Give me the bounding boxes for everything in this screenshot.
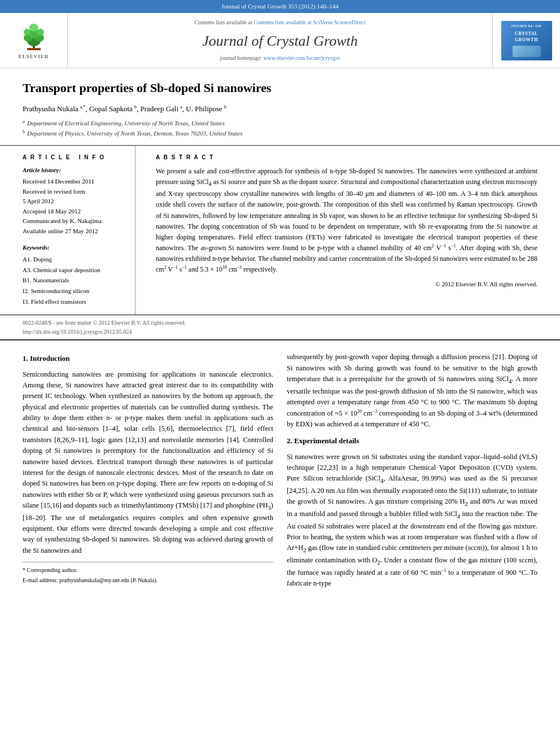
history-accepted: Accepted 18 May 2012 [23,207,126,217]
affiliations: a Department of Electrical Engineering, … [23,119,537,139]
affiliation-a: a Department of Electrical Engineering, … [23,119,537,129]
history-received: Received 14 December 2011 [23,177,126,187]
abstract-text: We present a safe and cost-effective app… [156,166,537,276]
issn-line: 0022-0248/$ - see front matter © 2012 El… [23,319,537,327]
body-content: 1. Introduction Semiconducting nanowires… [0,340,560,606]
keyword-4: I2. Semiconducting silicon [23,286,126,296]
copyright-line: © 2012 Elsevier B.V. All rights reserved… [156,280,537,289]
sciverse-link[interactable]: Contents lists available at SciVerse Sci… [253,19,366,25]
intro-section-title: 1. Introduction [23,353,273,364]
logo-crystal-text: CRYSTALGROWTH [515,30,538,43]
email-value: prathyushanukala@my.unt.edu (P. Nukala). [59,577,158,583]
history-items: Received 14 December 2011 Received in re… [23,177,126,237]
body-right-col: subsequently by post-growth vapor doping… [287,352,537,595]
history-revised-date: 5 April 2012 [23,196,126,207]
keywords-list: A1. Doping A3. Chemical vapor deposition… [23,254,126,307]
experimental-section-title: 2. Experimental details [287,435,537,447]
elsevier-logo-area: ELSEVIER [0,13,68,67]
doi-line: http://dx.doi.org/10.1016/j.jcrysgro.201… [23,328,537,336]
article-info-col: A R T I C L E I N F O Article history: R… [23,146,135,315]
footnote-email: E-mail address: prathyushanukala@my.unt.… [23,576,273,585]
intro-para-1: Semiconducting nanowires are promising f… [23,369,273,557]
crystal-growth-logo-area: JOURNAL OF CRYSTALGROWTH [492,13,560,67]
footnote-star: * Corresponding author. [23,566,273,575]
svg-rect-8 [27,48,41,50]
journal-bar: Journal of Crystal Growth 353 (2012) 140… [0,0,560,13]
intro-para-continued: subsequently by post-growth vapor doping… [287,352,537,430]
abstract-label: A B S T R A C T [156,154,537,161]
keyword-5: I3. Field effect transistors [23,296,126,307]
journal-header: ELSEVIER Contents lists available at Con… [0,13,560,340]
journal-homepage-link[interactable]: www.elsevier.com/locate/jcrysgro [264,55,340,61]
article-title: Transport properties of Sb-doped Si nano… [23,80,537,97]
affiliation-b-text: Department of Physics, University of Nor… [27,129,242,139]
logo-graphic [513,46,541,57]
header-top-row: ELSEVIER Contents lists available at Con… [0,13,560,68]
body-left-col: 1. Introduction Semiconducting nanowires… [23,352,273,595]
abstract-col: A B S T R A C T We present a safe and co… [147,146,537,315]
elsevier-logo: ELSEVIER [17,21,51,60]
journal-title-area: Contents lists available at Contents lis… [68,13,492,67]
sciverse-line: Contents lists available at Contents lis… [194,19,366,27]
article-info-abstract: A R T I C L E I N F O Article history: R… [0,146,560,316]
journal-homepage: journal homepage: www.elsevier.com/locat… [220,54,340,62]
keyword-3: B1. Nanomaterials [23,275,126,286]
crystal-growth-logo: JOURNAL OF CRYSTALGROWTH [501,21,552,60]
journal-citation: Journal of Crystal Growth 353 (2012) 140… [221,3,339,10]
keyword-1: A1. Doping [23,254,126,265]
page: Journal of Crystal Growth 353 (2012) 140… [0,0,560,747]
article-info-label: A R T I C L E I N F O [23,154,126,161]
affiliation-a-text: Department of Electrical Engineering, Un… [27,119,225,129]
footer-info: 0022-0248/$ - see front matter © 2012 El… [0,315,560,339]
elsevier-wordmark: ELSEVIER [19,53,49,60]
svg-point-7 [29,24,38,32]
authors-line: Prathyusha Nukala a,*, Gopal Sapkota b, … [23,104,537,115]
history-label: Article history: [23,166,126,174]
svg-point-6 [37,29,44,36]
logo-top-text: JOURNAL OF [511,24,542,29]
footnote-area: * Corresponding author. E-mail address: … [23,562,273,585]
history-online: Available online 27 May 2012 [23,226,126,237]
keyword-2: A3. Chemical vapor deposition [23,265,126,276]
keywords-label: Keywords: [23,243,126,252]
history-revised-label: Received in revised form [23,187,126,197]
svg-point-5 [24,29,30,36]
elsevier-tree-icon [17,21,51,52]
article-header: Transport properties of Sb-doped Si nano… [0,68,560,146]
email-label: E-mail address: [23,577,59,583]
experimental-para-1: Si nanowires were grown on Si substrates… [287,452,537,589]
journal-title: Journal of Crystal Growth [202,31,358,51]
history-communicated: Communicated by K. Nakajima [23,216,126,226]
affiliation-b: b Department of Physics, University of N… [23,129,537,139]
